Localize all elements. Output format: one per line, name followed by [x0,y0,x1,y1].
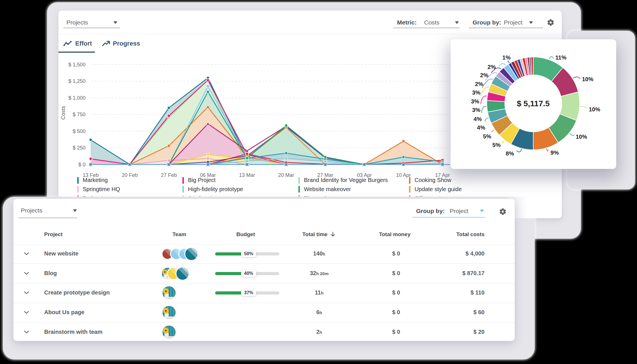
svg-text:1%: 1% [502,54,511,61]
svg-text:$ 1,000: $ 1,000 [68,95,86,101]
svg-text:2%: 2% [480,72,489,78]
svg-text:$ 750: $ 750 [73,112,86,117]
svg-text:Costs: Costs [60,106,66,120]
svg-text:3%: 3% [471,98,479,105]
svg-text:$ 5,117.5: $ 5,117.5 [517,99,550,108]
svg-text:10 Apr: 10 Apr [396,172,411,178]
svg-text:13 Mar: 13 Mar [239,172,255,178]
svg-text:9%: 9% [551,150,559,156]
svg-text:$ 1,500: $ 1,500 [68,62,86,68]
svg-text:10%: 10% [582,76,593,82]
svg-text:11%: 11% [555,54,567,61]
svg-text:10%: 10% [589,106,600,113]
svg-text:5%: 5% [483,133,491,140]
svg-text:3%: 3% [472,107,481,113]
svg-text:$ 1,250: $ 1,250 [68,78,86,84]
svg-text:27 Feb: 27 Feb [161,172,177,178]
svg-text:10%: 10% [576,134,587,140]
svg-text:$ 250: $ 250 [73,145,86,151]
svg-text:4%: 4% [477,124,485,131]
svg-text:2%: 2% [475,81,483,87]
svg-text:20 Feb: 20 Feb [122,172,138,178]
svg-text:5%: 5% [492,142,501,148]
svg-text:$ 500: $ 500 [73,128,86,134]
svg-text:2%: 2% [488,64,496,70]
svg-text:3%: 3% [472,89,481,96]
svg-text:20 Mar: 20 Mar [278,172,294,178]
svg-text:8%: 8% [506,150,514,157]
svg-text:4%: 4% [474,116,482,122]
svg-text:$ 0: $ 0 [78,162,86,167]
